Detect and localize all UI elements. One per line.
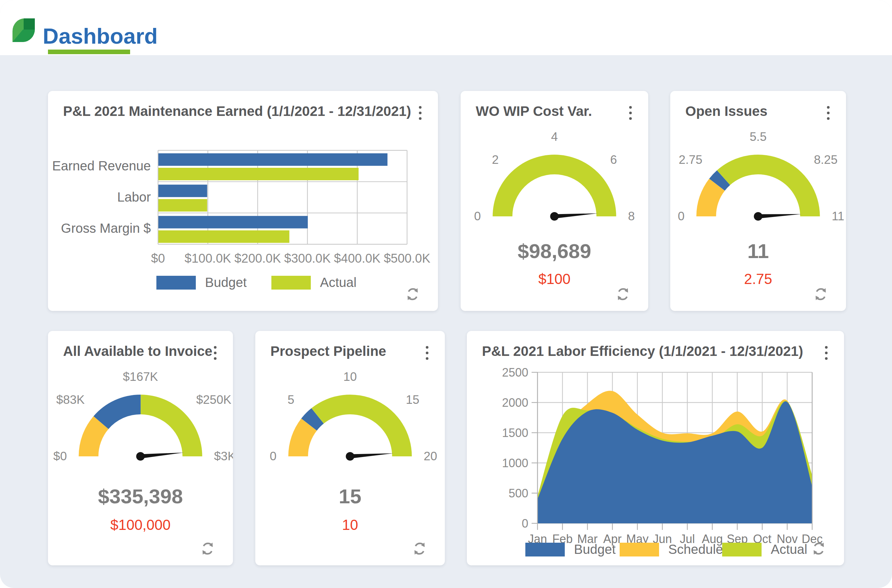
svg-text:Labor: Labor (117, 190, 151, 204)
gauge-target: 10 (255, 517, 445, 533)
svg-text:$400.0K: $400.0K (334, 252, 381, 265)
card-wo-wip-cost-var: WO WIP Cost Var. 02468 $98,689 $100 (460, 91, 648, 311)
refresh-icon[interactable] (405, 286, 421, 302)
svg-text:1000: 1000 (502, 456, 528, 470)
svg-text:8: 8 (628, 210, 635, 223)
gauge-value: 15 (255, 484, 445, 508)
svg-text:Gross Margin $: Gross Margin $ (61, 221, 151, 236)
svg-text:4: 4 (551, 130, 558, 144)
card-open-issues: Open Issues 02.755.58.2511 11 2.75 (670, 91, 846, 311)
card-maintenance-earned: P&L 2021 Maintenance Earned (1/1/2021 - … (48, 91, 438, 311)
gauge-target: $100 (460, 271, 648, 287)
svg-text:Schedule: Schedule (668, 542, 723, 556)
svg-text:$100.0K: $100.0K (185, 252, 231, 265)
page-title: Dashboard (43, 23, 158, 49)
svg-text:0: 0 (270, 450, 277, 463)
svg-text:2000: 2000 (502, 396, 528, 410)
gauge-target: $100,000 (48, 517, 233, 533)
svg-text:$300.0K: $300.0K (284, 252, 331, 265)
svg-text:$0: $0 (151, 252, 165, 265)
gauge-target: 2.75 (670, 271, 846, 287)
dashboard-window: Dashboard P&L 2021 Maintenance Earned (1… (0, 0, 892, 588)
svg-text:$3K: $3K (214, 450, 233, 463)
svg-text:20: 20 (424, 450, 437, 463)
gauge-value: 11 (670, 239, 846, 262)
app-header: Dashboard (0, 0, 892, 55)
gauge-value: $335,398 (48, 484, 233, 508)
svg-text:Budget: Budget (205, 275, 247, 290)
card-prospect-pipeline: Prospect Pipeline 05101520 15 10 (255, 331, 445, 566)
svg-text:$200.0K: $200.0K (234, 252, 281, 265)
refresh-icon[interactable] (811, 540, 827, 557)
svg-text:500: 500 (508, 486, 528, 500)
svg-text:0: 0 (522, 517, 528, 530)
svg-text:6: 6 (610, 153, 617, 166)
svg-text:Actual: Actual (320, 275, 356, 290)
svg-text:$167K: $167K (123, 370, 158, 384)
svg-text:$500.0K: $500.0K (384, 252, 430, 265)
svg-text:0: 0 (474, 210, 481, 223)
svg-text:2: 2 (492, 153, 499, 166)
svg-text:Budget: Budget (574, 542, 616, 556)
svg-text:2.75: 2.75 (679, 153, 702, 166)
svg-text:$250K: $250K (196, 393, 231, 406)
svg-text:11: 11 (832, 210, 844, 223)
labor-efficiency-area-chart: 05001000150020002500JanFebMarAprMayJunJu… (467, 331, 844, 566)
svg-text:8.25: 8.25 (814, 153, 838, 166)
refresh-icon[interactable] (812, 286, 829, 302)
svg-text:5.5: 5.5 (750, 130, 767, 144)
gauge-value: $98,689 (460, 239, 648, 262)
svg-text:Actual: Actual (771, 542, 807, 556)
svg-text:Earned Revenue: Earned Revenue (52, 159, 151, 173)
leaf-logo-icon (12, 18, 35, 42)
card-labor-efficiency: P&L 2021 Labor Efficiency (1/1/2021 - 12… (467, 331, 844, 566)
svg-text:0: 0 (678, 210, 685, 223)
refresh-icon[interactable] (615, 286, 631, 302)
svg-text:10: 10 (343, 370, 357, 384)
leaf-shape (12, 18, 35, 42)
svg-text:15: 15 (406, 393, 419, 406)
svg-text:$0: $0 (53, 450, 67, 463)
refresh-icon[interactable] (411, 540, 428, 557)
svg-text:1500: 1500 (502, 426, 528, 440)
card-all-available-to-invoice: All Available to Invoice $0$83K$167K$250… (48, 331, 233, 566)
title-underline (48, 50, 130, 54)
maintenance-earned-bar-chart: $0$100.0K$200.0K$300.0K$400.0K$500.0KEar… (48, 91, 438, 311)
refresh-icon[interactable] (199, 540, 216, 557)
svg-text:5: 5 (287, 393, 294, 406)
svg-text:$83K: $83K (56, 393, 85, 406)
svg-text:2500: 2500 (502, 366, 528, 379)
